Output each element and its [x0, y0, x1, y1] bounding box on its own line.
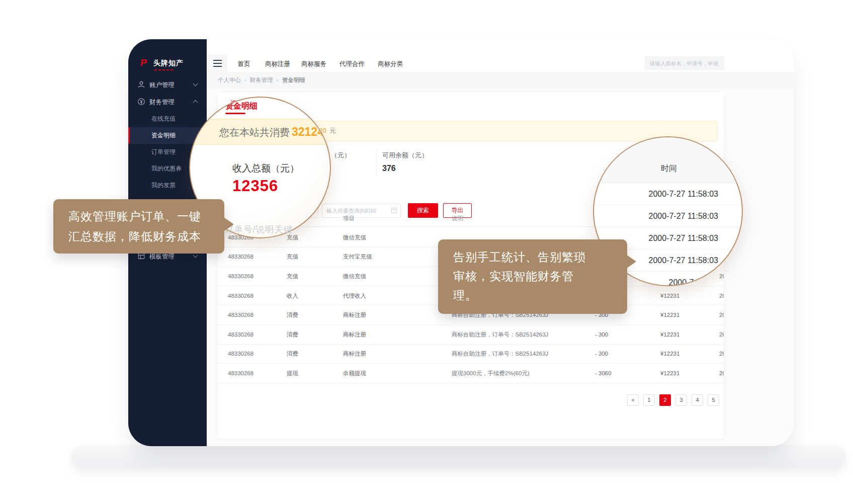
- magnified-keyword-placeholder: 订单号/说明关键: [225, 223, 293, 235]
- breadcrumb: 个人中心财务管理资金明细: [207, 72, 794, 89]
- cell-balance: ¥12231: [660, 331, 679, 338]
- trademark-search-input[interactable]: [645, 56, 724, 70]
- breadcrumb-item[interactable]: 财务管理: [250, 77, 282, 83]
- col-desc: 说明: [452, 215, 463, 222]
- cell-time: 2000-7-27 11:58:03: [719, 351, 724, 357]
- sidebar-subitem[interactable]: 在线充值: [128, 111, 207, 127]
- cell-order: 48330268: [228, 273, 253, 279]
- table-row[interactable]: 48330268 消费 商标注册 商标自助注册，订单号：SB2514263J -…: [218, 325, 724, 345]
- sidebar-item-label: 模板管理: [149, 253, 175, 261]
- cell-order: 48330268: [228, 331, 253, 338]
- callout-arrow-icon: [224, 217, 234, 231]
- cell-order: 48330268: [228, 351, 253, 357]
- breadcrumb-item[interactable]: 资金明细: [282, 77, 305, 83]
- cell-time: 2000-7-27 11:58:03: [719, 273, 724, 279]
- chevron-down-icon: [193, 253, 198, 258]
- chevron-down-icon: [193, 81, 198, 87]
- cell-balance: ¥12231: [660, 351, 679, 357]
- main-nav: 首页商标注册商标服务代理合作商标分类: [207, 54, 508, 72]
- cell-order: 48330268: [228, 370, 253, 376]
- magnified-time-cell: 2000-7-27 11:58:03: [594, 205, 743, 227]
- cell-type: 消费: [287, 330, 298, 338]
- cell-project: 微信充值: [343, 233, 366, 241]
- cell-balance: ¥12231: [660, 293, 679, 299]
- cell-order: 48330268: [228, 293, 253, 299]
- cell-project: 商标注册: [343, 311, 366, 319]
- pagination-page-button[interactable]: 2: [659, 394, 671, 406]
- pagination-page-button[interactable]: 4: [692, 394, 703, 406]
- laptop-base: [71, 445, 846, 467]
- divider: [376, 149, 377, 177]
- cell-amount: - 3060: [595, 370, 612, 376]
- callout-left-text: 高效管理账户订单、一键汇总数据，降低财务成本: [68, 206, 224, 246]
- cell-type: 提现: [287, 369, 298, 377]
- sidebar-item-label: 财务管理: [149, 98, 175, 107]
- pagination-page-button[interactable]: 3: [675, 394, 687, 406]
- callout-right-text: 告别手工统计、告别繁琐审核，实现智能财务管理。: [453, 247, 627, 305]
- nav-item[interactable]: 商标服务: [301, 60, 326, 68]
- cell-time: 2000-7-27 11:58:03: [719, 312, 724, 318]
- magnified-time-cell: 2000-7-27 11:58:03: [594, 183, 743, 205]
- stat-balance: 可用余额（元） 376: [382, 151, 428, 173]
- brand-name: 头牌知产: [153, 59, 184, 68]
- cell-desc: 商标自助注册，订单号：SB2514263J: [452, 330, 548, 338]
- nav-item[interactable]: 代理合作: [339, 60, 365, 68]
- breadcrumb-item[interactable]: 个人中心: [218, 77, 250, 83]
- cell-project: 余额提现: [343, 369, 366, 377]
- cell-type: 充值: [287, 272, 298, 280]
- cell-time: 2000-7-27 11:58:03: [719, 293, 724, 299]
- table-row[interactable]: 48330268 提现 余额提现 提现3000元，手续费2%(60元) - 30…: [218, 364, 724, 383]
- nav-item[interactable]: 首页: [238, 60, 250, 68]
- cell-desc: 商标自助注册，订单号：SB2514263J: [452, 350, 548, 358]
- magnified-tab-label: 资金明细: [225, 101, 258, 112]
- chevron-up-icon: [193, 100, 198, 105]
- pagination-prev-button[interactable]: <: [627, 394, 639, 406]
- cell-amount: - 300: [595, 331, 608, 338]
- nav-item[interactable]: 商标注册: [265, 60, 290, 68]
- yen-circle-icon: [137, 98, 145, 106]
- table-row[interactable]: 48330268 消费 商标注册 商标自助注册，订单号：SB2514263J -…: [218, 345, 724, 364]
- magnified-banner: 您在本站共消费32124元: [190, 119, 331, 145]
- cell-type: 充值: [287, 253, 298, 261]
- logo[interactable]: P 头牌知产: [128, 57, 207, 72]
- cell-project: 微信充值: [343, 272, 366, 280]
- sidebar-item-label: 账户管理: [149, 81, 175, 90]
- cell-type: 消费: [287, 311, 298, 319]
- cell-type: 收入: [287, 292, 298, 299]
- callout-right: 告别手工统计、告别繁琐审核，实现智能财务管理。: [438, 239, 627, 314]
- cell-desc: 提现3000元，手续费2%(60元): [452, 369, 530, 377]
- sidebar-item-finance[interactable]: 财务管理: [128, 95, 207, 109]
- cell-time: 2000-7-27 11:58:03: [719, 331, 724, 338]
- cell-project: 商标注册: [343, 330, 366, 338]
- user-icon: [137, 80, 145, 89]
- consumption-unit: 元: [329, 127, 336, 134]
- cell-order: 48330268: [228, 312, 253, 318]
- cell-project: 支付宝充值: [343, 253, 372, 261]
- pagination: < 12345: [627, 394, 719, 406]
- cell-order: 48330268: [228, 254, 253, 260]
- brand-logo-icon: P: [140, 58, 150, 68]
- topbar: 首页商标注册商标服务代理合作商标分类: [207, 39, 794, 72]
- magnified-tab-underline: [225, 113, 245, 114]
- callout-arrow-icon: [626, 255, 636, 269]
- cell-amount: - 300: [595, 351, 608, 357]
- pagination-page-button[interactable]: 1: [643, 394, 655, 406]
- cell-balance: ¥12231: [660, 312, 679, 318]
- cell-type: 消费: [287, 350, 298, 358]
- callout-left: 高效管理账户订单、一键汇总数据，降低财务成本: [53, 199, 224, 254]
- pagination-page-button[interactable]: 5: [708, 394, 719, 406]
- nav-item[interactable]: 商标分类: [378, 60, 403, 68]
- stage: P 头牌知产 账户管理 财务管理: [0, 0, 853, 504]
- col-project[interactable]: 项目: [343, 215, 349, 221]
- pagination-pages: 12345: [643, 394, 719, 406]
- brand-tagline-marks: [154, 69, 173, 70]
- magnified-income-label: 收入总额（元）: [232, 162, 299, 175]
- stat-balance-value: 376: [382, 164, 428, 173]
- cell-project: 代理收入: [343, 292, 366, 299]
- stat-expense: （元）: [331, 151, 351, 160]
- cell-balance: ¥12231: [660, 370, 679, 376]
- magnified-income-value: 12356: [232, 177, 278, 195]
- sidebar-item-account[interactable]: 账户管理: [128, 77, 207, 92]
- cell-project: 商标注册: [343, 350, 366, 358]
- cell-time: 2000-7-27 11:58:03: [719, 370, 724, 376]
